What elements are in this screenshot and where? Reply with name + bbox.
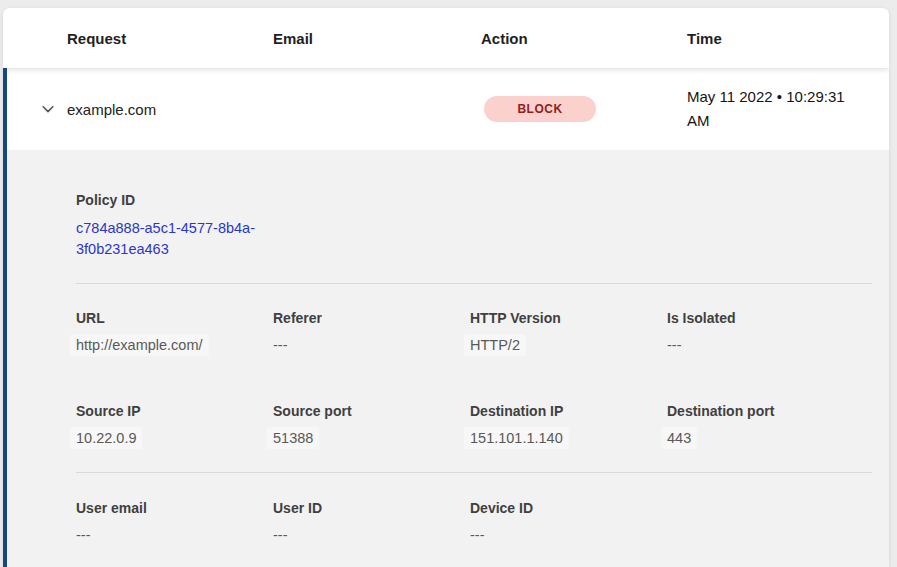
field-label: User email [76,500,273,516]
field-user-email: User email --- [76,500,273,543]
field-source-port: Source port 51388 [273,403,470,447]
field-destination-port: Destination port 443 [667,403,864,447]
row-time-value: May 11 2022 • 10:29:31 AM [687,85,877,133]
detail-fields-row: Source IP 10.22.0.9 Source port 51388 De… [76,403,872,447]
field-label: Is Isolated [667,310,864,326]
field-label: Source port [273,403,470,419]
field-http-version: HTTP Version HTTP/2 [470,310,667,354]
field-value: 443 [661,427,697,449]
field-value: --- [470,527,667,543]
field-label: Source IP [76,403,273,419]
field-label: Device ID [470,500,667,516]
field-source-ip: Source IP 10.22.0.9 [76,403,273,447]
column-header-request: Request [67,30,273,47]
field-is-isolated: Is Isolated --- [667,310,864,353]
row-request-value: example.com [67,101,273,118]
field-value: 51388 [267,427,319,449]
column-header-time: Time [687,30,889,47]
expanded-row-accent-bar [3,68,7,567]
field-label: HTTP Version [470,310,667,326]
field-value: 10.22.0.9 [70,427,142,449]
policy-section: Policy ID c784a888-a5c1-4577-8b4a-3f0b23… [76,192,872,260]
field-referer: Referer --- [273,310,470,353]
detail-fields-row: User email --- User ID --- Device ID --- [76,500,872,543]
field-label: User ID [273,500,470,516]
field-label: Destination IP [470,403,667,419]
chevron-down-icon [40,101,56,117]
field-value: 151.101.1.140 [464,427,569,449]
field-value: HTTP/2 [464,334,526,356]
field-value: http://example.com/ [70,334,209,356]
field-label: Referer [273,310,470,326]
field-value: --- [273,337,470,353]
block-status-badge: BLOCK [484,96,596,122]
row-action-cell: BLOCK [481,96,687,122]
policy-id-label: Policy ID [76,192,872,208]
field-destination-ip: Destination IP 151.101.1.140 [470,403,667,447]
column-header-action: Action [481,30,687,47]
field-device-id: Device ID --- [470,500,667,543]
table-header-row: Request Email Action Time [3,8,889,68]
column-header-email: Email [273,30,481,47]
policy-id-link[interactable]: c784a888-a5c1-4577-8b4a-3f0b231ea463 [76,218,278,260]
row-details-panel: Policy ID c784a888-a5c1-4577-8b4a-3f0b23… [3,150,889,567]
collapse-row-button[interactable] [38,99,58,119]
field-value: --- [76,527,273,543]
detail-fields-row: URL http://example.com/ Referer --- HTTP… [76,310,872,354]
field-user-id: User ID --- [273,500,470,543]
section-divider [76,472,872,473]
field-url: URL http://example.com/ [76,310,273,354]
field-label: URL [76,310,273,326]
section-divider [76,283,872,284]
log-table-card: Request Email Action Time example.com BL… [3,8,889,567]
field-label: Destination port [667,403,864,419]
table-row[interactable]: example.com BLOCK May 11 2022 • 10:29:31… [3,68,889,150]
field-value: --- [273,527,470,543]
field-value: --- [667,337,864,353]
